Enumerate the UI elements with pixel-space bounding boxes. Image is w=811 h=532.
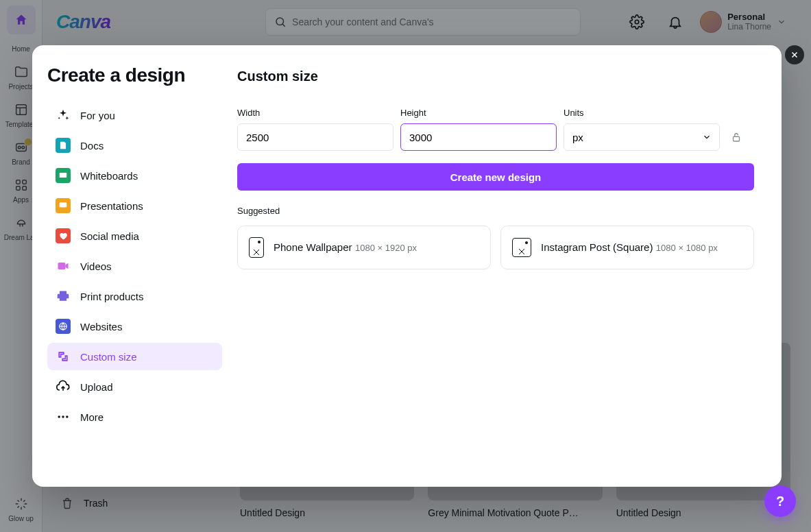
nav-label: Videos	[80, 261, 112, 272]
suggested-instagram-post[interactable]: Instagram Post (Square) 1080 × 1080 px	[500, 226, 754, 269]
nav-label: Upload	[80, 381, 113, 393]
suggested-name: Phone Wallpaper	[274, 241, 352, 253]
units-label: Units	[564, 108, 720, 118]
more-icon	[56, 409, 71, 424]
svg-point-15	[62, 415, 64, 418]
globe-icon	[56, 319, 71, 334]
presentation-icon	[56, 198, 71, 213]
height-input[interactable]	[400, 123, 557, 151]
help-button[interactable]: ?	[764, 485, 796, 517]
suggested-dims: 1080 × 1920 px	[355, 243, 417, 253]
nav-upload[interactable]: Upload	[47, 373, 222, 400]
nav-label: Presentations	[80, 200, 143, 212]
svg-rect-17	[734, 136, 740, 141]
units-select[interactable]: px	[564, 123, 720, 151]
close-icon	[790, 50, 799, 60]
create-design-modal: Create a design For you Docs Whiteboards…	[32, 45, 782, 487]
video-icon	[56, 258, 71, 274]
nav-label: Whiteboards	[80, 170, 138, 182]
nav-presentations[interactable]: Presentations	[47, 192, 222, 219]
close-modal-button[interactable]	[785, 45, 804, 64]
square-icon	[512, 238, 531, 257]
nav-social-media[interactable]: Social media	[47, 222, 222, 250]
lock-icon	[730, 131, 742, 143]
height-label: Height	[400, 108, 557, 118]
heart-icon	[56, 228, 71, 243]
suggested-dims: 1080 × 1080 px	[656, 243, 718, 253]
section-title: Custom size	[237, 69, 754, 84]
nav-label: Social media	[80, 230, 139, 242]
sparkles-icon	[56, 108, 71, 123]
nav-videos[interactable]: Videos	[47, 252, 222, 280]
nav-for-you[interactable]: For you	[47, 101, 222, 129]
svg-rect-12	[58, 263, 66, 269]
create-new-design-button[interactable]: Create new design	[237, 163, 754, 191]
whiteboard-icon	[56, 168, 71, 183]
nav-label: For you	[80, 110, 115, 121]
custom-size-icon	[56, 349, 71, 364]
nav-websites[interactable]: Websites	[47, 313, 222, 340]
nav-more[interactable]: More	[47, 403, 222, 431]
suggested-label: Suggested	[237, 206, 754, 216]
upload-icon	[56, 379, 71, 394]
nav-label: Websites	[80, 321, 122, 332]
modal-sidebar: Create a design For you Docs Whiteboards…	[32, 45, 237, 487]
help-label: ?	[776, 494, 784, 509]
suggested-phone-wallpaper[interactable]: Phone Wallpaper 1080 × 1920 px	[237, 226, 491, 269]
nav-label: Print products	[80, 291, 144, 302]
width-label: Width	[237, 108, 394, 118]
svg-rect-10	[60, 173, 67, 178]
nav-label: More	[80, 411, 104, 423]
modal-title: Create a design	[47, 64, 222, 86]
lock-aspect-button[interactable]	[727, 123, 746, 151]
modal-content: Custom size Width Height Units px	[237, 45, 782, 487]
nav-print-products[interactable]: Print products	[47, 282, 222, 310]
nav-whiteboards[interactable]: Whiteboards	[47, 162, 222, 189]
svg-point-16	[66, 415, 68, 418]
docs-icon	[56, 138, 71, 153]
size-controls: Width Height Units px	[237, 108, 754, 151]
print-icon	[56, 289, 71, 304]
portrait-icon	[249, 237, 264, 258]
nav-custom-size[interactable]: Custom size	[47, 343, 222, 370]
nav-docs[interactable]: Docs	[47, 132, 222, 159]
svg-point-14	[58, 415, 60, 418]
nav-label: Docs	[80, 140, 104, 152]
width-input[interactable]	[237, 123, 394, 151]
suggested-name: Instagram Post (Square)	[541, 241, 653, 253]
nav-label: Custom size	[80, 351, 137, 363]
